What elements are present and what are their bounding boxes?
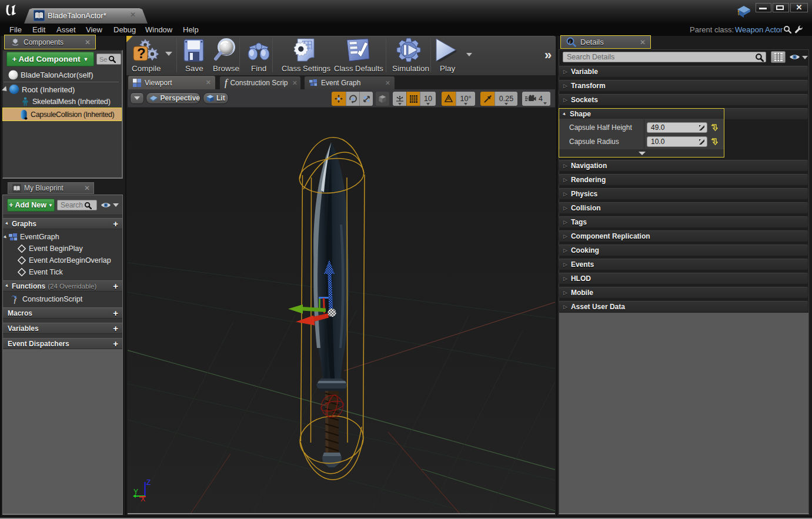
svg-text:X: X [141,495,145,503]
svg-text:Z: Z [146,478,151,487]
svg-text:?: ? [137,45,146,61]
svg-text:Y: Y [133,488,138,496]
